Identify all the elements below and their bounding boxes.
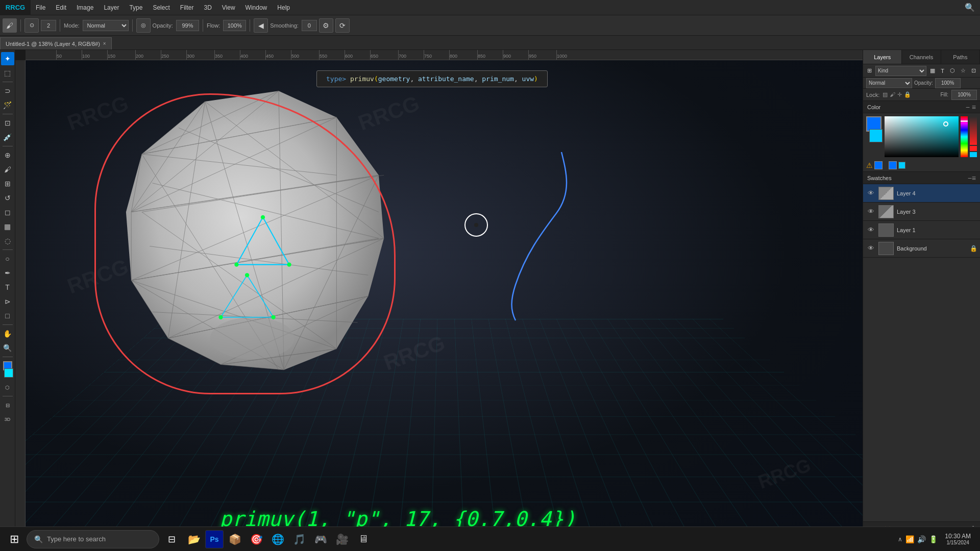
- search-btn[interactable]: 🔍: [960, 0, 980, 15]
- selection-tool[interactable]: ⬚: [1, 66, 14, 80]
- canvas-area[interactable]: 50 100 150 200 250 300 350 400 450 500 5…: [15, 50, 863, 536]
- menu-view[interactable]: View: [217, 0, 240, 15]
- hand-tool[interactable]: ✋: [1, 327, 14, 340]
- color-picker-gradient[interactable]: [885, 116, 959, 157]
- move-tool[interactable]: ✦: [1, 52, 14, 65]
- lock-transparency-icon[interactable]: ▨: [883, 91, 888, 98]
- color-panel-menu[interactable]: ≡: [972, 103, 976, 111]
- lasso-tool[interactable]: ⊃: [1, 84, 14, 97]
- layer-3-visibility[interactable]: 👁: [866, 207, 875, 216]
- layer-row-1[interactable]: 👁 Layer 1: [863, 221, 980, 239]
- 3d-mode-btn[interactable]: 3D: [1, 413, 14, 426]
- zoom-tool[interactable]: 🔍: [1, 341, 14, 355]
- time-display[interactable]: 10:30 AM 1/15/2024: [941, 533, 975, 545]
- layer-row-3[interactable]: 👁 Layer 3: [863, 203, 980, 221]
- brush-size-btn[interactable]: ⊙: [24, 18, 39, 33]
- eraser-tool[interactable]: ◻: [1, 206, 14, 219]
- quick-mask-btn[interactable]: ⬡: [1, 381, 14, 394]
- taskbar-search[interactable]: 🔍 Type here to search: [27, 530, 159, 548]
- extra-red[interactable]: [970, 146, 977, 151]
- flow-jitter[interactable]: ◀: [254, 18, 268, 33]
- tab-paths[interactable]: Paths: [941, 50, 980, 64]
- symmetry-btn[interactable]: ⟳: [335, 18, 350, 33]
- tab-close-btn[interactable]: ×: [103, 41, 106, 46]
- layer-4-visibility[interactable]: 👁: [866, 189, 875, 198]
- hue-slider[interactable]: [961, 116, 968, 157]
- filter-kind-dropdown[interactable]: Kind: [875, 66, 926, 76]
- menu-file[interactable]: File: [31, 0, 51, 15]
- volume-icon[interactable]: 🔊: [917, 535, 926, 543]
- taskbar-file-explorer[interactable]: 📂: [184, 529, 204, 549]
- menu-3d[interactable]: 3D: [199, 0, 216, 15]
- swatches-expand[interactable]: −: [968, 174, 972, 182]
- tab-layers[interactable]: Layers: [863, 50, 902, 64]
- menu-window[interactable]: Window: [240, 0, 273, 15]
- taskbar-app-6[interactable]: 🎯: [246, 529, 266, 549]
- menu-type[interactable]: Type: [124, 0, 148, 15]
- dodge-tool[interactable]: ○: [1, 252, 14, 265]
- magic-wand-tool[interactable]: 🪄: [1, 98, 14, 112]
- type-tool[interactable]: T: [1, 281, 14, 294]
- taskbar-blender[interactable]: 🎮: [310, 529, 331, 549]
- small-bg-swatch[interactable]: [898, 162, 905, 169]
- layer-row-4[interactable]: 👁 Layer 4: [863, 184, 980, 203]
- menu-layer[interactable]: Layer: [99, 0, 124, 15]
- filter-icon1[interactable]: ▦: [928, 66, 937, 75]
- pen-tool[interactable]: ✒: [1, 266, 14, 280]
- extra-cyan[interactable]: [970, 152, 977, 157]
- gamut-swatch[interactable]: [874, 161, 883, 169]
- path-tool[interactable]: ⊳: [1, 295, 14, 308]
- network-icon[interactable]: 📶: [905, 535, 914, 543]
- filter-icon4[interactable]: ☆: [959, 66, 968, 75]
- filter-icon2[interactable]: T: [939, 67, 946, 75]
- background-color-box[interactable]: [869, 129, 883, 142]
- layer-1-visibility[interactable]: 👁: [866, 226, 875, 235]
- lock-all-icon[interactable]: 🔒: [904, 91, 911, 98]
- menu-image[interactable]: Image: [71, 0, 99, 15]
- mode-dropdown[interactable]: Normal Multiply Screen: [83, 20, 129, 31]
- menu-select[interactable]: Select: [148, 0, 175, 15]
- menu-help[interactable]: Help: [272, 0, 295, 15]
- menu-edit[interactable]: Edit: [51, 0, 71, 15]
- taskbar-app-10[interactable]: 🎥: [332, 529, 352, 549]
- gradient-tool[interactable]: ▦: [1, 220, 14, 233]
- taskbar-app-5[interactable]: 📦: [225, 529, 245, 549]
- clone-tool[interactable]: ⊞: [1, 177, 14, 190]
- blend-mode-dropdown[interactable]: Normal Multiply Screen Overlay: [866, 78, 912, 88]
- opacity-input[interactable]: [176, 20, 199, 31]
- smoothing-settings[interactable]: ⚙: [319, 18, 333, 33]
- color-panel-expand[interactable]: −: [966, 103, 970, 111]
- layer-fill-input[interactable]: [951, 90, 977, 100]
- layer-opacity-input[interactable]: [935, 78, 961, 88]
- lock-position-icon[interactable]: ✛: [897, 91, 902, 98]
- tray-icons[interactable]: ∧: [898, 536, 902, 543]
- brush-size-input[interactable]: [41, 20, 56, 31]
- filter-icon5[interactable]: ⊡: [969, 66, 978, 75]
- eyedropper-tool[interactable]: 💉: [1, 131, 14, 144]
- filter-icon3[interactable]: ⬡: [948, 66, 957, 75]
- spot-heal-tool[interactable]: ⊕: [1, 148, 14, 162]
- brush-tool[interactable]: 🖌: [3, 18, 17, 33]
- screen-mode-btn[interactable]: ⊟: [1, 398, 14, 412]
- shape-tool[interactable]: □: [1, 309, 14, 322]
- taskbar-photoshop[interactable]: Ps: [205, 530, 224, 548]
- layer-bg-visibility[interactable]: 👁: [866, 244, 875, 253]
- flow-input[interactable]: [223, 20, 246, 31]
- history-tool[interactable]: ↺: [1, 191, 14, 205]
- menu-filter[interactable]: Filter: [175, 0, 199, 15]
- start-button[interactable]: ⊞: [3, 528, 26, 550]
- canvas-content[interactable]: RRCG 人人素材 RRCG 人人素材 RRCG 人人素材 RRCG RRCG: [26, 60, 863, 536]
- taskbar-chrome[interactable]: 🌐: [267, 529, 288, 549]
- crop-tool[interactable]: ⊡: [1, 116, 14, 130]
- tab-channels[interactable]: Channels: [902, 50, 941, 64]
- smoothing-input[interactable]: [302, 20, 317, 31]
- taskbar-app-11[interactable]: 🖥: [353, 529, 374, 549]
- small-fg-swatch[interactable]: [889, 161, 897, 169]
- file-tab[interactable]: Untitled-1 @ 138% (Layer 4, RGB/8#) ×: [0, 37, 112, 49]
- airbrush-toggle[interactable]: ◎: [136, 18, 151, 33]
- swatches-menu[interactable]: ≡: [972, 174, 976, 182]
- layer-row-bg[interactable]: 👁 Background 🔒: [863, 239, 980, 258]
- taskbar-app-8[interactable]: 🎵: [289, 529, 309, 549]
- alpha-strip[interactable]: [970, 116, 977, 145]
- lock-paint-icon[interactable]: 🖌: [890, 91, 895, 98]
